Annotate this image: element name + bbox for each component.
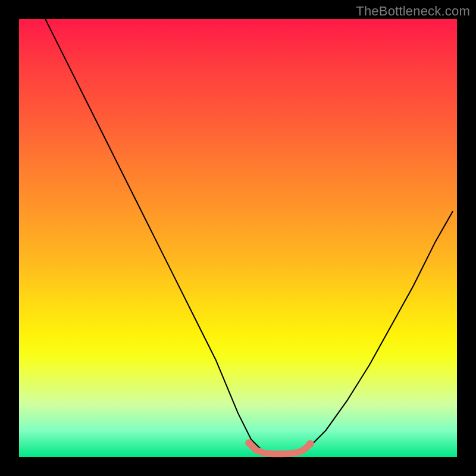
- watermark-text: TheBottleneck.com: [356, 4, 470, 19]
- marker-right-dot: [306, 440, 314, 448]
- plot-area: [19, 19, 457, 457]
- chart-svg: [19, 19, 457, 457]
- chart-frame: TheBottleneck.com: [0, 0, 476, 476]
- series-valley-highlight: [249, 443, 310, 453]
- series-left-curve: [45, 19, 260, 448]
- series-right-curve: [308, 212, 453, 448]
- marker-left-dot: [245, 439, 253, 447]
